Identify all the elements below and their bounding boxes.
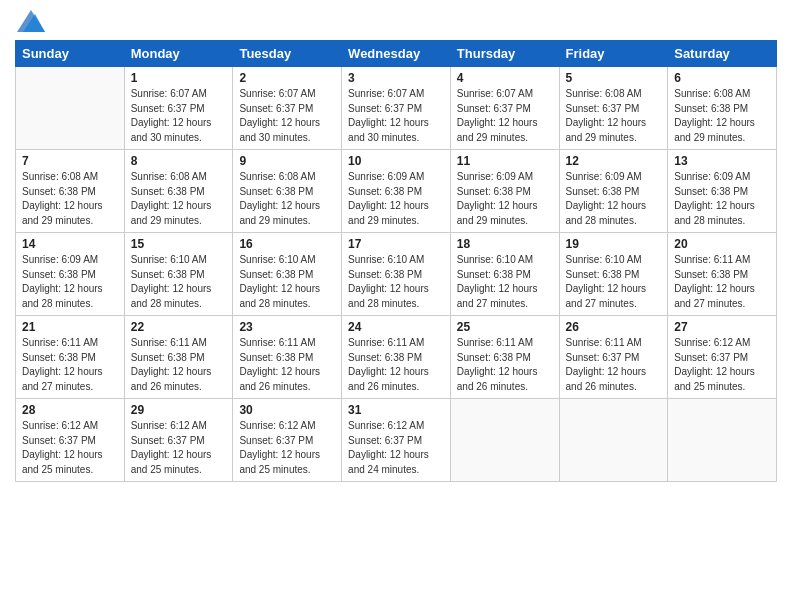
day-number: 28	[22, 403, 118, 417]
day-info: Sunrise: 6:11 AM Sunset: 6:38 PM Dayligh…	[348, 336, 444, 394]
day-info: Sunrise: 6:09 AM Sunset: 6:38 PM Dayligh…	[348, 170, 444, 228]
day-header-friday: Friday	[559, 41, 668, 67]
day-info: Sunrise: 6:08 AM Sunset: 6:38 PM Dayligh…	[239, 170, 335, 228]
day-number: 25	[457, 320, 553, 334]
day-number: 2	[239, 71, 335, 85]
day-info: Sunrise: 6:07 AM Sunset: 6:37 PM Dayligh…	[457, 87, 553, 145]
calendar-cell: 19Sunrise: 6:10 AM Sunset: 6:38 PM Dayli…	[559, 233, 668, 316]
calendar-cell: 13Sunrise: 6:09 AM Sunset: 6:38 PM Dayli…	[668, 150, 777, 233]
day-info: Sunrise: 6:08 AM Sunset: 6:38 PM Dayligh…	[22, 170, 118, 228]
day-number: 30	[239, 403, 335, 417]
day-number: 29	[131, 403, 227, 417]
day-info: Sunrise: 6:09 AM Sunset: 6:38 PM Dayligh…	[22, 253, 118, 311]
calendar-cell: 9Sunrise: 6:08 AM Sunset: 6:38 PM Daylig…	[233, 150, 342, 233]
day-header-tuesday: Tuesday	[233, 41, 342, 67]
calendar-cell: 15Sunrise: 6:10 AM Sunset: 6:38 PM Dayli…	[124, 233, 233, 316]
day-info: Sunrise: 6:11 AM Sunset: 6:38 PM Dayligh…	[457, 336, 553, 394]
day-number: 24	[348, 320, 444, 334]
day-number: 9	[239, 154, 335, 168]
day-number: 23	[239, 320, 335, 334]
day-info: Sunrise: 6:11 AM Sunset: 6:38 PM Dayligh…	[674, 253, 770, 311]
day-number: 20	[674, 237, 770, 251]
calendar-cell: 28Sunrise: 6:12 AM Sunset: 6:37 PM Dayli…	[16, 399, 125, 482]
calendar-cell	[16, 67, 125, 150]
day-header-monday: Monday	[124, 41, 233, 67]
week-row-4: 21Sunrise: 6:11 AM Sunset: 6:38 PM Dayli…	[16, 316, 777, 399]
week-row-3: 14Sunrise: 6:09 AM Sunset: 6:38 PM Dayli…	[16, 233, 777, 316]
day-info: Sunrise: 6:07 AM Sunset: 6:37 PM Dayligh…	[131, 87, 227, 145]
calendar-cell: 30Sunrise: 6:12 AM Sunset: 6:37 PM Dayli…	[233, 399, 342, 482]
calendar-table: SundayMondayTuesdayWednesdayThursdayFrid…	[15, 40, 777, 482]
day-number: 10	[348, 154, 444, 168]
day-number: 8	[131, 154, 227, 168]
day-info: Sunrise: 6:10 AM Sunset: 6:38 PM Dayligh…	[239, 253, 335, 311]
logo	[15, 10, 45, 32]
calendar-cell: 25Sunrise: 6:11 AM Sunset: 6:38 PM Dayli…	[450, 316, 559, 399]
day-header-sunday: Sunday	[16, 41, 125, 67]
calendar-cell: 24Sunrise: 6:11 AM Sunset: 6:38 PM Dayli…	[342, 316, 451, 399]
calendar-cell	[450, 399, 559, 482]
day-header-thursday: Thursday	[450, 41, 559, 67]
day-info: Sunrise: 6:11 AM Sunset: 6:38 PM Dayligh…	[131, 336, 227, 394]
day-info: Sunrise: 6:10 AM Sunset: 6:38 PM Dayligh…	[131, 253, 227, 311]
calendar-cell: 20Sunrise: 6:11 AM Sunset: 6:38 PM Dayli…	[668, 233, 777, 316]
day-info: Sunrise: 6:12 AM Sunset: 6:37 PM Dayligh…	[131, 419, 227, 477]
day-info: Sunrise: 6:11 AM Sunset: 6:37 PM Dayligh…	[566, 336, 662, 394]
day-number: 5	[566, 71, 662, 85]
day-number: 27	[674, 320, 770, 334]
week-row-1: 1Sunrise: 6:07 AM Sunset: 6:37 PM Daylig…	[16, 67, 777, 150]
day-info: Sunrise: 6:10 AM Sunset: 6:38 PM Dayligh…	[566, 253, 662, 311]
day-number: 22	[131, 320, 227, 334]
day-info: Sunrise: 6:10 AM Sunset: 6:38 PM Dayligh…	[457, 253, 553, 311]
day-number: 15	[131, 237, 227, 251]
day-number: 19	[566, 237, 662, 251]
day-info: Sunrise: 6:10 AM Sunset: 6:38 PM Dayligh…	[348, 253, 444, 311]
day-header-saturday: Saturday	[668, 41, 777, 67]
day-number: 13	[674, 154, 770, 168]
week-row-5: 28Sunrise: 6:12 AM Sunset: 6:37 PM Dayli…	[16, 399, 777, 482]
day-number: 21	[22, 320, 118, 334]
calendar-cell: 31Sunrise: 6:12 AM Sunset: 6:37 PM Dayli…	[342, 399, 451, 482]
calendar-cell: 6Sunrise: 6:08 AM Sunset: 6:38 PM Daylig…	[668, 67, 777, 150]
day-number: 3	[348, 71, 444, 85]
week-row-2: 7Sunrise: 6:08 AM Sunset: 6:38 PM Daylig…	[16, 150, 777, 233]
calendar-cell: 2Sunrise: 6:07 AM Sunset: 6:37 PM Daylig…	[233, 67, 342, 150]
calendar-cell: 5Sunrise: 6:08 AM Sunset: 6:37 PM Daylig…	[559, 67, 668, 150]
calendar-cell: 16Sunrise: 6:10 AM Sunset: 6:38 PM Dayli…	[233, 233, 342, 316]
calendar-cell: 14Sunrise: 6:09 AM Sunset: 6:38 PM Dayli…	[16, 233, 125, 316]
calendar-cell: 3Sunrise: 6:07 AM Sunset: 6:37 PM Daylig…	[342, 67, 451, 150]
logo-icon	[17, 10, 45, 32]
day-info: Sunrise: 6:11 AM Sunset: 6:38 PM Dayligh…	[239, 336, 335, 394]
calendar-cell: 8Sunrise: 6:08 AM Sunset: 6:38 PM Daylig…	[124, 150, 233, 233]
calendar-cell: 22Sunrise: 6:11 AM Sunset: 6:38 PM Dayli…	[124, 316, 233, 399]
day-info: Sunrise: 6:09 AM Sunset: 6:38 PM Dayligh…	[457, 170, 553, 228]
calendar-cell: 11Sunrise: 6:09 AM Sunset: 6:38 PM Dayli…	[450, 150, 559, 233]
day-header-wednesday: Wednesday	[342, 41, 451, 67]
calendar-cell: 7Sunrise: 6:08 AM Sunset: 6:38 PM Daylig…	[16, 150, 125, 233]
calendar-cell: 26Sunrise: 6:11 AM Sunset: 6:37 PM Dayli…	[559, 316, 668, 399]
day-info: Sunrise: 6:12 AM Sunset: 6:37 PM Dayligh…	[22, 419, 118, 477]
calendar-cell: 1Sunrise: 6:07 AM Sunset: 6:37 PM Daylig…	[124, 67, 233, 150]
day-number: 18	[457, 237, 553, 251]
calendar-cell: 4Sunrise: 6:07 AM Sunset: 6:37 PM Daylig…	[450, 67, 559, 150]
calendar-cell	[559, 399, 668, 482]
calendar-cell: 21Sunrise: 6:11 AM Sunset: 6:38 PM Dayli…	[16, 316, 125, 399]
calendar-cell: 23Sunrise: 6:11 AM Sunset: 6:38 PM Dayli…	[233, 316, 342, 399]
day-number: 31	[348, 403, 444, 417]
day-info: Sunrise: 6:11 AM Sunset: 6:38 PM Dayligh…	[22, 336, 118, 394]
day-number: 14	[22, 237, 118, 251]
page-container: SundayMondayTuesdayWednesdayThursdayFrid…	[0, 0, 792, 492]
day-number: 6	[674, 71, 770, 85]
calendar-cell: 17Sunrise: 6:10 AM Sunset: 6:38 PM Dayli…	[342, 233, 451, 316]
day-info: Sunrise: 6:09 AM Sunset: 6:38 PM Dayligh…	[566, 170, 662, 228]
calendar-cell: 29Sunrise: 6:12 AM Sunset: 6:37 PM Dayli…	[124, 399, 233, 482]
day-number: 12	[566, 154, 662, 168]
calendar-cell: 27Sunrise: 6:12 AM Sunset: 6:37 PM Dayli…	[668, 316, 777, 399]
calendar-cell: 10Sunrise: 6:09 AM Sunset: 6:38 PM Dayli…	[342, 150, 451, 233]
day-info: Sunrise: 6:12 AM Sunset: 6:37 PM Dayligh…	[239, 419, 335, 477]
day-info: Sunrise: 6:08 AM Sunset: 6:38 PM Dayligh…	[674, 87, 770, 145]
day-number: 1	[131, 71, 227, 85]
day-number: 7	[22, 154, 118, 168]
header-row: SundayMondayTuesdayWednesdayThursdayFrid…	[16, 41, 777, 67]
day-number: 26	[566, 320, 662, 334]
